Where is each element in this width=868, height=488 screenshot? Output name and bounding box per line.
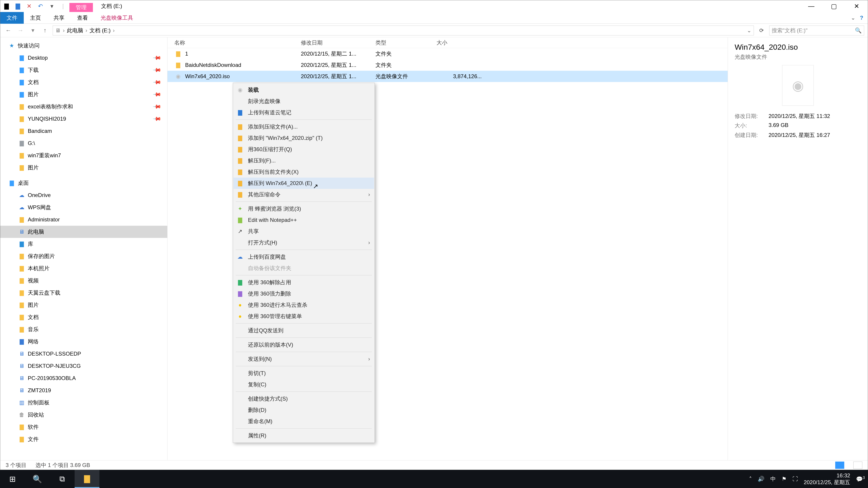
tree-item[interactable]: WPS网盘 (0, 201, 167, 214)
tree-item[interactable]: DESKTOP-LSSOEDP (0, 348, 167, 360)
tree-item[interactable]: Administrator (0, 214, 167, 226)
nav-recent-dropdown[interactable]: ▾ (28, 26, 37, 35)
menu-item[interactable]: 删除(D) (234, 404, 374, 416)
file-row[interactable]: 1 2020/12/15, 星期二 1... 文件夹 (167, 48, 727, 59)
tree-item[interactable]: PC-20190530OBLA (0, 372, 167, 384)
tree-item[interactable]: G:\ (0, 137, 167, 149)
menu-item[interactable]: 使用 360进行木马云查杀 (234, 299, 374, 311)
menu-item[interactable]: 添加到压缩文件(A)... (234, 121, 374, 132)
menu-item[interactable]: 装载 (234, 84, 374, 96)
tree-item[interactable]: Bandicam (0, 125, 167, 137)
tree-item[interactable]: 下载📌 (0, 64, 167, 76)
taskbar-clock[interactable]: 16:32 2020/12/25, 星期五 (804, 472, 850, 486)
ime-indicator[interactable]: 中 (770, 475, 776, 483)
tree-item[interactable]: 文档📌 (0, 76, 167, 88)
tree-item[interactable]: 图片 (0, 299, 167, 311)
tree-item[interactable]: OneDrive (0, 189, 167, 201)
navigation-tree[interactable]: 快速访问 Desktop📌 下载📌 文档📌 图片📌 excel表格制作求和📌 Y… (0, 37, 167, 460)
menu-item[interactable]: 使用 360管理右键菜单 (234, 311, 374, 322)
col-date[interactable]: 修改日期 (301, 39, 375, 46)
menu-item[interactable]: Edit with Notepad++ (234, 215, 374, 226)
menu-item[interactable]: 剪切(T) (234, 367, 374, 379)
qat-dropdown-icon[interactable]: ▾ (48, 2, 56, 10)
search-button[interactable]: 🔍 (25, 470, 50, 488)
tree-item[interactable]: 本机照片 (0, 262, 167, 274)
tree-item[interactable]: 图片📌 (0, 88, 167, 101)
menu-item[interactable]: 用 蜂蜜浏览器 浏览(3) (234, 203, 374, 215)
tab-view[interactable]: 查看 (71, 12, 94, 24)
fullscreen-icon[interactable]: ⛶ (793, 476, 798, 482)
tree-item[interactable]: 音乐 (0, 323, 167, 335)
ribbon-expand-icon[interactable]: ⌄ (851, 15, 855, 21)
tree-item[interactable]: 软件 (0, 421, 167, 433)
tree-item[interactable]: excel表格制作求和📌 (0, 101, 167, 113)
menu-item[interactable]: 通过QQ发送到 (234, 325, 374, 336)
menu-item[interactable]: 打开方式(H)› (234, 237, 374, 248)
col-type[interactable]: 类型 (375, 39, 436, 46)
tree-item[interactable]: YUNQISHI2019📌 (0, 113, 167, 125)
breadcrumb-drive[interactable]: 文档 (E:) (90, 27, 111, 34)
undo-icon[interactable]: ↶ (36, 2, 44, 10)
tab-home[interactable]: 主页 (24, 12, 47, 24)
menu-item[interactable]: 还原以前的版本(V) (234, 339, 374, 350)
tree-item[interactable]: 视频 (0, 274, 167, 287)
context-menu[interactable]: 装载刻录光盘映像上传到有道云笔记添加到压缩文件(A)...添加到 "Win7x6… (233, 83, 375, 443)
volume-icon[interactable]: 🔊 (758, 476, 765, 482)
tab-share[interactable]: 共享 (47, 12, 71, 24)
menu-item[interactable]: 重命名(M) (234, 416, 374, 427)
tree-recycle-bin[interactable]: 回收站 (0, 409, 167, 421)
address-dropdown-icon[interactable]: ⌄ (747, 27, 751, 34)
tree-quick-access[interactable]: 快速访问 (0, 39, 167, 52)
maximize-button[interactable]: ▢ (823, 0, 845, 12)
tree-item[interactable]: 图片 (0, 162, 167, 174)
tree-item[interactable]: DESKTOP-NJEU3CG (0, 360, 167, 372)
tree-control-panel[interactable]: 控制面板 (0, 396, 167, 409)
tree-item[interactable]: Desktop📌 (0, 52, 167, 64)
menu-item[interactable]: 用360压缩打开(Q) (234, 144, 374, 155)
search-input[interactable]: 搜索"文档 (E:)" 🔍 (769, 26, 864, 35)
menu-item[interactable]: 解压到 Win7x64_2020\ (E) (234, 177, 374, 189)
view-large-icons-button[interactable] (853, 462, 862, 469)
menu-item[interactable]: 上传到有道云笔记 (234, 107, 374, 118)
tree-desktop[interactable]: 桌面 (0, 177, 167, 189)
nav-forward-button[interactable]: → (16, 26, 25, 35)
tree-item[interactable]: 保存的图片 (0, 250, 167, 262)
network-icon[interactable]: ⚑ (782, 476, 786, 482)
breadcrumb[interactable]: 🖥 › 此电脑 › 文档 (E:) › ⌄ (53, 26, 754, 35)
menu-item[interactable]: 使用 360解除占用 (234, 277, 374, 288)
tree-libraries[interactable]: 库 (0, 238, 167, 250)
menu-item[interactable]: 上传到百度网盘 (234, 251, 374, 263)
tab-disc-image-tools[interactable]: 光盘映像工具 (94, 12, 140, 24)
menu-item[interactable]: 添加到 "Win7x64_2020.zip" (T) (234, 132, 374, 144)
menu-item[interactable]: 创建快捷方式(S) (234, 393, 374, 404)
start-button[interactable]: ⊞ (0, 470, 25, 488)
save-icon[interactable]: ▇ (14, 2, 22, 10)
file-row[interactable]: BaiduNetdiskDownload 2020/12/25, 星期五 1..… (167, 59, 727, 71)
taskbar[interactable]: ⊞ 🔍 ⧉ ▇ ˄ 🔊 中 ⚑ ⛶ 16:32 2020/12/25, 星期五 … (0, 470, 868, 488)
action-center-icon[interactable]: 💬3 (856, 476, 865, 482)
nav-back-button[interactable]: ← (4, 26, 13, 35)
breadcrumb-pc[interactable]: 此电脑 (67, 27, 83, 34)
column-headers[interactable]: 名称 修改日期 类型 大小 (167, 37, 727, 48)
menu-item[interactable]: 刻录光盘映像 (234, 96, 374, 107)
menu-item[interactable]: 解压到(F)... (234, 155, 374, 166)
tray-overflow-icon[interactable]: ˄ (749, 476, 752, 482)
help-icon[interactable]: ? (860, 15, 863, 21)
col-name[interactable]: 名称 (167, 39, 301, 46)
close-button[interactable]: ✕ (845, 0, 868, 12)
nav-up-button[interactable]: ↑ (40, 26, 50, 35)
taskbar-explorer-button[interactable]: ▇ (74, 470, 99, 488)
tree-item[interactable]: 文档 (0, 311, 167, 323)
menu-item[interactable]: 使用 360强力删除 (234, 288, 374, 299)
tree-network[interactable]: 网络 (0, 335, 167, 348)
tree-item[interactable]: win7重装win7 (0, 149, 167, 162)
delete-icon[interactable]: ✕ (25, 2, 33, 10)
menu-item[interactable]: 发送到(N)› (234, 353, 374, 365)
tree-item[interactable]: 天翼云盘下载 (0, 287, 167, 299)
menu-item[interactable]: 复制(C) (234, 379, 374, 390)
file-row-selected[interactable]: Win7x64_2020.iso 2020/12/25, 星期五 1... 光盘… (167, 71, 727, 82)
tree-this-pc[interactable]: 此电脑 (0, 226, 167, 238)
col-size[interactable]: 大小 (436, 39, 486, 46)
tree-item[interactable]: 文件 (0, 433, 167, 445)
minimize-button[interactable]: — (800, 0, 823, 12)
